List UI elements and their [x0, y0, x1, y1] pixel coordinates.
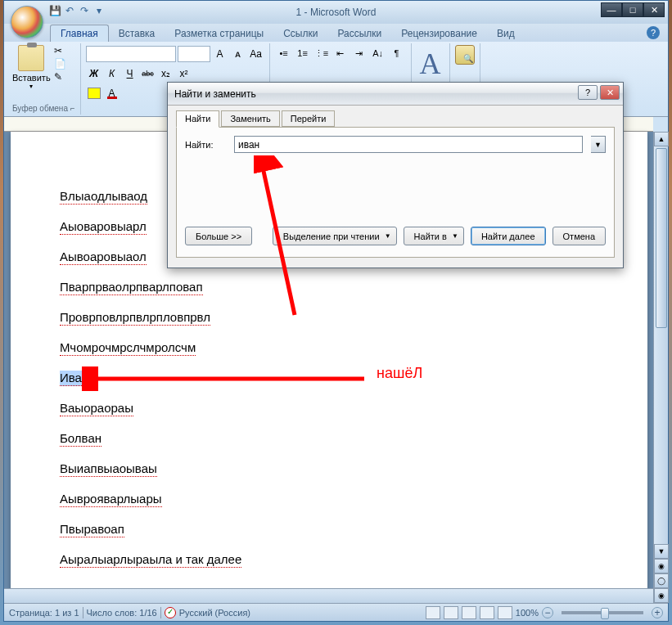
dialog-close-button[interactable]: ✕: [600, 85, 620, 100]
dialog-tab-replace[interactable]: Заменить: [221, 110, 279, 127]
strikethrough-button[interactable]: abc: [140, 65, 156, 82]
view-draft-icon[interactable]: [498, 606, 512, 619]
decrease-indent-icon[interactable]: ⇤: [331, 45, 350, 61]
document-line[interactable]: Аыралыарлыраыла и так далее: [60, 552, 241, 568]
tab-insert[interactable]: Вставка: [109, 25, 165, 42]
horizontal-scrollbar[interactable]: [4, 588, 653, 603]
zoom-out-button[interactable]: −: [542, 607, 553, 618]
italic-button[interactable]: К: [104, 65, 120, 82]
cancel-button[interactable]: Отмена: [552, 227, 606, 245]
document-line[interactable]: Ваыораораы: [60, 401, 133, 416]
document-line[interactable]: Мчомрочмрслчмролсчм: [60, 340, 196, 356]
multilevel-icon[interactable]: ⋮≡: [313, 45, 331, 61]
find-in-button[interactable]: Найти в: [404, 227, 464, 245]
cut-icon[interactable]: ✂: [54, 45, 67, 56]
maximize-button[interactable]: □: [622, 2, 643, 17]
subscript-button[interactable]: x₂: [158, 65, 174, 82]
show-marks-icon[interactable]: ¶: [388, 45, 406, 61]
increase-indent-icon[interactable]: ⇥: [350, 45, 368, 61]
tab-home[interactable]: Главная: [50, 25, 109, 42]
tab-references[interactable]: Ссылки: [273, 25, 327, 42]
window-title: 1 - Microsoft Word: [296, 7, 377, 18]
dialog-title-text: Найти и заменить: [174, 88, 256, 100]
bold-button[interactable]: Ж: [86, 65, 102, 82]
status-language[interactable]: Русский (Россия): [179, 608, 250, 618]
scroll-thumb[interactable]: [656, 148, 667, 328]
zoom-slider[interactable]: [562, 611, 643, 614]
clear-format-icon[interactable]: Aa: [248, 46, 264, 62]
zoom-level[interactable]: 100%: [516, 608, 539, 618]
undo-icon[interactable]: ↶: [63, 4, 76, 17]
status-words[interactable]: Число слов: 1/16: [87, 608, 157, 618]
redo-icon[interactable]: ↷: [78, 4, 91, 17]
view-fullscreen-icon[interactable]: [444, 606, 458, 619]
superscript-button[interactable]: x²: [176, 65, 192, 82]
help-icon[interactable]: ?: [647, 26, 660, 39]
bullets-icon[interactable]: •≡: [275, 45, 293, 61]
document-line[interactable]: Аыврояварлыары: [60, 492, 162, 507]
ribbon-tabs: Главная Вставка Разметка страницы Ссылки…: [4, 24, 668, 42]
document-line[interactable]: Пвыравоап: [60, 522, 124, 537]
dialog-titlebar[interactable]: Найти и заменить ? ✕: [168, 83, 623, 106]
zoom-in-button[interactable]: +: [652, 607, 663, 618]
highlight-button[interactable]: [86, 85, 102, 101]
dialog-tab-find[interactable]: Найти: [176, 110, 219, 128]
tab-layout[interactable]: Разметка страницы: [165, 25, 273, 42]
dialog-tab-goto[interactable]: Перейти: [282, 110, 336, 127]
reading-highlight-button[interactable]: Выделение при чтении: [273, 227, 397, 245]
browse-object-icon[interactable]: ◯: [654, 573, 669, 588]
window-controls: — □ ✕: [601, 2, 665, 17]
scroll-up-icon[interactable]: ▲: [654, 132, 669, 146]
document-line[interactable]: Влыаодлываод: [60, 189, 147, 205]
scroll-down-icon[interactable]: ▼: [654, 544, 669, 559]
style-normal-icon[interactable]: A: [420, 47, 441, 81]
document-line[interactable]: Аыоваровыарл: [60, 219, 147, 235]
copy-icon[interactable]: 📄: [54, 58, 67, 70]
next-page-icon[interactable]: ◉: [654, 588, 669, 603]
qat-dropdown-icon[interactable]: ▾: [92, 4, 106, 17]
document-line[interactable]: Аывоаровыаол: [60, 250, 147, 265]
paste-label: Вставить: [12, 73, 51, 83]
shrink-font-icon[interactable]: ᴀ: [230, 46, 246, 62]
font-color-button[interactable]: A: [104, 85, 120, 101]
dialog-body: Найти Заменить Перейти Найти: ▼ Больше >…: [168, 106, 623, 268]
grow-font-icon[interactable]: A: [212, 46, 228, 62]
find-next-button[interactable]: Найти далее: [471, 227, 546, 245]
view-print-layout-icon[interactable]: [426, 606, 440, 619]
font-size-select[interactable]: [178, 46, 210, 62]
close-button[interactable]: ✕: [643, 2, 665, 17]
find-replace-dialog: Найти и заменить ? ✕ Найти Заменить Пере…: [167, 82, 624, 268]
office-button[interactable]: [11, 6, 43, 38]
find-icon[interactable]: [455, 45, 475, 65]
document-line[interactable]: Проврповлрпвлрпловпрвл: [60, 310, 210, 326]
tab-view[interactable]: Вид: [487, 25, 525, 42]
view-outline-icon[interactable]: [480, 606, 494, 619]
numbering-icon[interactable]: 1≡: [294, 45, 312, 61]
format-painter-icon[interactable]: ✎: [54, 71, 67, 83]
document-line[interactable]: Выиапвыаоываы: [60, 461, 157, 477]
underline-button[interactable]: Ч: [122, 65, 138, 82]
find-input[interactable]: [234, 136, 583, 153]
find-history-dropdown-icon[interactable]: ▼: [591, 136, 606, 153]
sort-icon[interactable]: A↓: [369, 45, 387, 61]
font-family-select[interactable]: [86, 46, 176, 62]
document-line[interactable]: Пварпрваолрпварлповап: [60, 280, 203, 295]
tab-mailings[interactable]: Рассылки: [327, 25, 391, 42]
paste-button[interactable]: Вставить ▾: [12, 45, 51, 90]
more-button[interactable]: Больше >>: [185, 227, 252, 245]
vertical-scrollbar[interactable]: ▲ ▼ ◉ ◯ ◉: [653, 132, 668, 603]
status-page[interactable]: Страница: 1 из 1: [9, 608, 79, 618]
quick-access-toolbar: 💾 ↶ ↷ ▾: [48, 4, 106, 17]
dialog-help-button[interactable]: ?: [578, 85, 598, 100]
tab-review[interactable]: Рецензирование: [391, 25, 487, 42]
document-line[interactable]: Иван: [60, 371, 88, 386]
prev-page-icon[interactable]: ◉: [654, 559, 669, 573]
clipboard-group: Вставить ▾ ✂ 📄 ✎ Буфер обмена ⌐: [7, 43, 81, 115]
save-icon[interactable]: 💾: [48, 4, 61, 17]
spellcheck-icon[interactable]: [165, 607, 176, 618]
view-web-icon[interactable]: [462, 606, 476, 619]
document-line[interactable]: Болван: [60, 431, 101, 447]
dialog-content: Найти: ▼ Больше >> Выделение при чтении …: [176, 128, 615, 258]
minimize-button[interactable]: —: [601, 2, 622, 17]
dialog-tabs: Найти Заменить Перейти: [176, 110, 615, 128]
